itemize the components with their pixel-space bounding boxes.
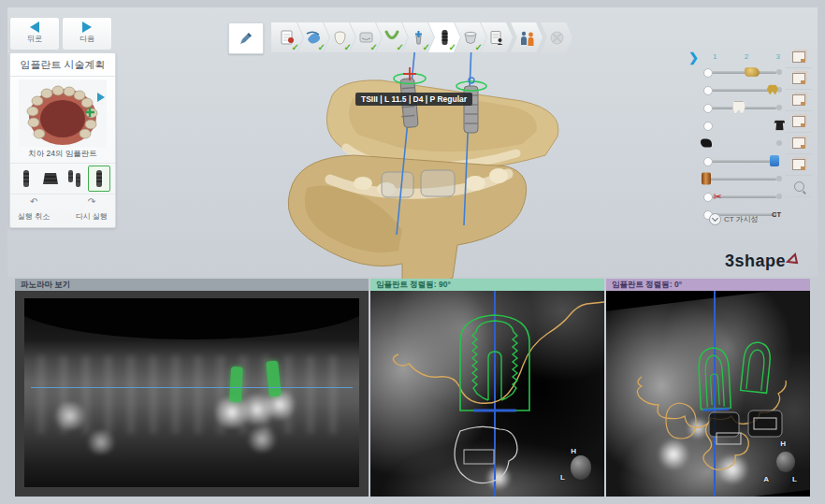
implant-spec-tooltip: TSIII | L 11.5 | D4 | P Regular	[355, 93, 472, 106]
pages-icon	[792, 159, 805, 170]
orientation-label-h: H	[780, 439, 786, 448]
abutment-visibility-slider[interactable]	[703, 119, 782, 132]
view-layout-2-button[interactable]	[786, 68, 812, 90]
view-tool-icon	[238, 30, 254, 47]
pages-icon	[792, 94, 805, 106]
orientation-label-h: H	[571, 447, 576, 455]
implant-selected-icon	[94, 169, 104, 188]
export-icon	[549, 30, 565, 46]
slider-group-tabs: 1 2 3	[713, 52, 780, 61]
implant-studio-app: TSIII | L 11.5 | D4 | P Regular 3shape 뒤…	[0, 0, 825, 504]
nerve-visibility-slider[interactable]	[703, 137, 782, 150]
orientation-label-l: L	[560, 473, 565, 482]
brand-triangle-icon	[786, 252, 799, 266]
tab-2[interactable]: 2	[745, 52, 748, 61]
maxilla-visibility-slider[interactable]	[703, 65, 782, 79]
cross-section-0-header: 임플란트 정렬됨: 0°	[606, 279, 810, 291]
back-label: 뒤로	[10, 34, 59, 44]
cross-section-90-overlay	[370, 291, 604, 497]
collapse-panel-chevron[interactable]: ❯	[688, 50, 699, 65]
implant-type-row	[10, 164, 115, 194]
teeth-visibility-slider[interactable]	[703, 101, 782, 114]
implant-selected-button[interactable]	[88, 166, 110, 192]
panorama-slice-line[interactable]	[31, 387, 353, 388]
next-button[interactable]: 다음	[62, 17, 112, 50]
pages-icon	[792, 73, 805, 84]
ct-slider-handle[interactable]: CT	[772, 210, 781, 219]
nerve-slider-handle[interactable]	[701, 139, 712, 148]
implant-visibility-slider[interactable]	[703, 154, 782, 167]
order-form-button[interactable]: ✓	[271, 22, 303, 52]
edit-implant-icon	[441, 29, 449, 46]
cross-section-0-view[interactable]: H A L	[606, 291, 810, 497]
implant-group-button[interactable]	[64, 166, 86, 192]
cross-section-90-panel[interactable]: 임플란트 정렬됨: 90° H L	[370, 279, 604, 497]
orientation-label-l: L	[792, 475, 797, 483]
jaw-3d-model[interactable]	[241, 43, 634, 288]
chevron-down-icon	[709, 213, 721, 225]
maxilla-slider-handle[interactable]	[745, 67, 760, 77]
scissors-slider-handle[interactable]: ✂	[714, 192, 722, 201]
visibility-panel: ❯ 1 2 3	[687, 43, 818, 230]
brand-logo: 3shape	[725, 252, 799, 269]
next-label: 다음	[63, 34, 111, 44]
tab-1[interactable]: 1	[713, 52, 716, 61]
redo-button[interactable]: ↷ 다시 실행	[76, 197, 108, 223]
undo-icon: ↶	[18, 197, 50, 206]
abutment-button[interactable]	[39, 166, 62, 192]
3d-viewport[interactable]: TSIII | L 11.5 | D4 | P Regular 3shape 뒤…	[7, 7, 818, 277]
view-layout-1-button[interactable]	[786, 47, 812, 68]
view-layout-6-button[interactable]	[786, 154, 812, 176]
patient-approval-button[interactable]: ✓	[511, 22, 543, 52]
back-arrow-icon	[30, 22, 39, 33]
drill-guide-slider-handle[interactable]	[702, 173, 711, 185]
pages-icon	[792, 51, 805, 63]
tab-3[interactable]: 3	[776, 52, 780, 61]
orientation-head-indicator	[776, 452, 795, 472]
teeth-slider-handle[interactable]	[731, 101, 745, 114]
scan-slider-handle[interactable]	[767, 85, 778, 95]
view-layout-buttons	[786, 47, 814, 197]
view-tool-button[interactable]	[228, 22, 264, 54]
history-row: ↶ 실행 취소 ↷ 다시 실행	[10, 194, 115, 223]
pages-icon	[792, 116, 805, 127]
patient-approval-icon	[518, 30, 536, 46]
cross-section-90-header: 임플란트 정렬됨: 90°	[370, 279, 604, 291]
report-icon	[489, 30, 504, 46]
view-layout-5-button[interactable]	[786, 133, 812, 154]
brand-text: 3shape	[725, 252, 786, 269]
orientation-head-indicator	[571, 455, 591, 480]
implant-slider-handle[interactable]	[770, 155, 779, 166]
back-button[interactable]: 뒤로	[9, 17, 60, 50]
orientation-label-a: A	[763, 475, 769, 483]
implant-overlay-1[interactable]	[229, 366, 243, 402]
view-search-button[interactable]	[786, 176, 812, 197]
redo-icon: ↷	[76, 197, 108, 206]
view-layout-3-button[interactable]	[786, 90, 812, 111]
implant-group-icon	[66, 169, 83, 188]
maxilla-scan-visibility-slider[interactable]	[703, 83, 782, 96]
treatment-plan-panel: 임플란트 시술계획 치아 24의 임플란트	[9, 52, 116, 228]
implant-single-button[interactable]	[15, 166, 37, 192]
undo-button[interactable]: ↶ 실행 취소	[18, 197, 50, 223]
pages-icon	[792, 137, 805, 149]
cross-section-90-view[interactable]: H L	[370, 291, 604, 497]
panorama-xray-image[interactable]	[24, 298, 359, 487]
dental-arch-thumbnail[interactable]	[19, 79, 107, 147]
panorama-view[interactable]	[15, 291, 369, 497]
ct-visibility-toggle[interactable]: CT 가시성	[709, 213, 759, 225]
export-button[interactable]: ✓	[541, 22, 572, 52]
implant-single-icon	[22, 169, 31, 188]
implant-position-label: 치아 24의 임플란트	[10, 147, 115, 164]
view-layout-4-button[interactable]	[786, 111, 812, 133]
abutment-icon	[42, 171, 59, 186]
panel-title: 임플란트 시술계획	[10, 53, 115, 77]
next-arrow-icon	[82, 22, 92, 33]
cut-plane-slider[interactable]: ✂	[703, 190, 782, 203]
panorama-panel-header: 파노라마 보기	[15, 279, 369, 291]
magnifier-icon	[794, 181, 804, 192]
cross-section-0-panel[interactable]: 임플란트 정렬됨: 0°	[606, 279, 810, 497]
panorama-panel[interactable]: 파노라마 보기	[15, 279, 369, 497]
drill-guide-visibility-slider[interactable]	[703, 172, 782, 185]
abutment-slider-handle[interactable]	[774, 121, 785, 131]
